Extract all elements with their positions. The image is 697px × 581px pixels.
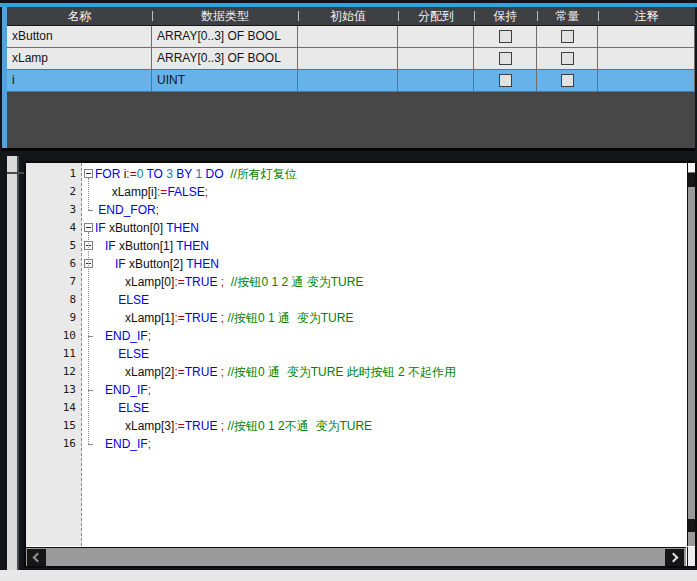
code-line[interactable]: xLamp[2]:=TRUE ; //按钮0 通 变为TURE 此时按钮 2 不… bbox=[95, 363, 686, 381]
line-number[interactable]: 4 bbox=[26, 219, 81, 237]
code-editing-area[interactable]: 12345678910111213141516 FOR i:=0 TO 3 BY… bbox=[26, 163, 686, 546]
column-header[interactable]: 保持 bbox=[474, 7, 537, 25]
line-number[interactable]: 5 bbox=[26, 237, 81, 255]
code-token: ; bbox=[148, 383, 151, 397]
code-token: //按钮0 通 变为TURE 此时按钮 2 不起作用 bbox=[224, 365, 456, 379]
code-line[interactable]: END_IF; bbox=[95, 435, 686, 453]
constant-checkbox[interactable] bbox=[561, 30, 574, 43]
line-number[interactable]: 12 bbox=[26, 363, 81, 381]
vertical-scrollbar-thumb[interactable] bbox=[688, 173, 695, 187]
code-line[interactable]: ELSE bbox=[95, 291, 686, 309]
fold-collapse-icon[interactable] bbox=[84, 169, 93, 178]
code-line[interactable]: END_FOR; bbox=[95, 201, 686, 219]
cell[interactable]: i bbox=[7, 70, 152, 91]
code-line[interactable]: END_IF; bbox=[95, 327, 686, 345]
code-token: END_IF bbox=[95, 383, 148, 397]
line-number[interactable]: 8 bbox=[26, 291, 81, 309]
vertical-scrollbar[interactable] bbox=[687, 163, 695, 546]
line-number[interactable]: 9 bbox=[26, 309, 81, 327]
variable-row[interactable]: xButtonARRAY[0..3] OF BOOL bbox=[7, 26, 695, 48]
constant-checkbox[interactable] bbox=[561, 52, 574, 65]
code-line[interactable]: xLamp[0]:=TRUE ; //按钮0 1 2 通 变为TURE bbox=[95, 273, 686, 291]
code-token: DO bbox=[202, 167, 223, 181]
cell[interactable] bbox=[298, 26, 398, 47]
line-number[interactable]: 11 bbox=[26, 345, 81, 363]
code-line[interactable]: ELSE bbox=[95, 399, 686, 417]
code-line[interactable]: FOR i:=0 TO 3 BY 1 DO //所有灯复位 bbox=[95, 165, 686, 183]
scroll-up-button[interactable] bbox=[688, 163, 695, 173]
line-number[interactable]: 10 bbox=[26, 327, 81, 345]
code-token: END_FOR bbox=[95, 203, 156, 217]
cell[interactable]: ARRAY[0..3] OF BOOL bbox=[152, 26, 298, 47]
code-token: := bbox=[126, 167, 136, 181]
code-token: ; bbox=[148, 329, 151, 343]
code-line[interactable]: IF xButton[0] THEN bbox=[95, 219, 686, 237]
cell[interactable] bbox=[298, 70, 398, 91]
code-line[interactable]: xLamp[1]:=TRUE ; //按钮0 1 通 变为TURE bbox=[95, 309, 686, 327]
cell[interactable] bbox=[598, 70, 695, 91]
cell[interactable]: ARRAY[0..3] OF BOOL bbox=[152, 48, 298, 69]
scroll-left-button[interactable] bbox=[27, 549, 46, 566]
constant-cell bbox=[537, 70, 598, 91]
line-number[interactable]: 1 bbox=[26, 165, 81, 183]
code-token: //所有灯复位 bbox=[223, 167, 296, 181]
code-line[interactable]: xLamp[i]:=FALSE; bbox=[95, 183, 686, 201]
fold-guide-line bbox=[88, 232, 89, 444]
column-header[interactable]: 注释 bbox=[598, 7, 695, 25]
line-number[interactable]: 6 bbox=[26, 255, 81, 273]
line-number[interactable]: 2 bbox=[26, 183, 81, 201]
variable-row[interactable]: xLampARRAY[0..3] OF BOOL bbox=[7, 48, 695, 70]
code-token: xLamp[1] bbox=[95, 311, 174, 325]
code-token: TRUE bbox=[185, 365, 218, 379]
column-header[interactable]: 数据类型 bbox=[152, 7, 298, 25]
code-line[interactable]: IF xButton[1] THEN bbox=[95, 237, 686, 255]
cell[interactable] bbox=[598, 48, 695, 69]
column-header[interactable]: 分配到 bbox=[398, 7, 474, 25]
constant-cell bbox=[537, 26, 598, 47]
retain-checkbox[interactable] bbox=[499, 52, 512, 65]
cell[interactable] bbox=[398, 26, 474, 47]
fold-collapse-icon[interactable] bbox=[84, 223, 93, 232]
column-header[interactable]: 初始值 bbox=[298, 7, 398, 25]
variable-declaration-panel: 名称数据类型初始值分配到保持常量注释 xButtonARRAY[0..3] OF… bbox=[2, 7, 695, 151]
line-number[interactable]: 13 bbox=[26, 381, 81, 399]
code-token: FOR bbox=[95, 167, 120, 181]
cell[interactable]: xLamp bbox=[7, 48, 152, 69]
cell[interactable] bbox=[398, 48, 474, 69]
code-token: xLamp[i] bbox=[95, 185, 157, 199]
code-token: IF bbox=[95, 239, 116, 253]
fold-end-tick bbox=[88, 336, 93, 337]
column-header[interactable]: 常量 bbox=[537, 7, 598, 25]
column-header[interactable]: 名称 bbox=[7, 7, 152, 25]
cell[interactable]: xButton bbox=[7, 26, 152, 47]
scroll-down-button[interactable] bbox=[688, 519, 695, 532]
code-token: xButton[1] bbox=[116, 239, 173, 253]
code-token: TO bbox=[143, 167, 166, 181]
line-number-gutter[interactable]: 12345678910111213141516 bbox=[26, 163, 82, 546]
horizontal-scrollbar[interactable] bbox=[26, 547, 686, 566]
cell[interactable] bbox=[598, 26, 695, 47]
code-line[interactable]: END_IF; bbox=[95, 381, 686, 399]
cell[interactable] bbox=[398, 70, 474, 91]
constant-checkbox[interactable] bbox=[561, 74, 574, 87]
panel-splitter[interactable] bbox=[7, 156, 19, 570]
variable-row[interactable]: iUINT bbox=[7, 70, 695, 92]
line-number[interactable]: 15 bbox=[26, 417, 81, 435]
scroll-right-button[interactable] bbox=[665, 549, 684, 566]
variable-table: 名称数据类型初始值分配到保持常量注释 xButtonARRAY[0..3] OF… bbox=[7, 7, 695, 92]
retain-cell bbox=[474, 70, 537, 91]
code-line[interactable]: IF xButton[2] THEN bbox=[95, 255, 686, 273]
code-token: END_IF bbox=[95, 437, 148, 451]
line-number[interactable]: 16 bbox=[26, 435, 81, 453]
line-number[interactable]: 3 bbox=[26, 201, 81, 219]
cell[interactable]: UINT bbox=[152, 70, 298, 91]
retain-checkbox[interactable] bbox=[499, 30, 512, 43]
code-line[interactable]: ELSE bbox=[95, 345, 686, 363]
code-line[interactable]: xLamp[3]:=TRUE ; //按钮0 1 2不通 变为TURE bbox=[95, 417, 686, 435]
line-number[interactable]: 7 bbox=[26, 273, 81, 291]
code-token: xLamp[0] bbox=[95, 275, 174, 289]
retain-checkbox[interactable] bbox=[499, 74, 512, 87]
code-token: BY bbox=[173, 167, 195, 181]
line-number[interactable]: 14 bbox=[26, 399, 81, 417]
cell[interactable] bbox=[298, 48, 398, 69]
